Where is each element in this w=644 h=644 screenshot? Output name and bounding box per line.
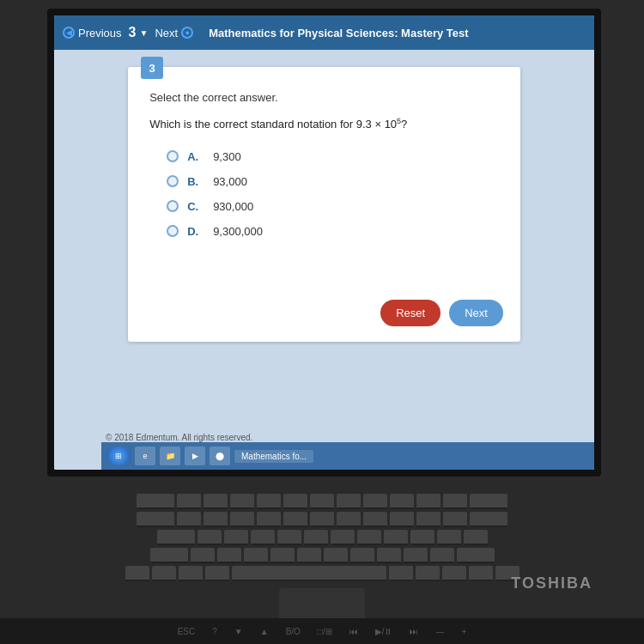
key-bracket-l xyxy=(443,512,467,527)
key-x xyxy=(217,548,241,563)
screen-bezel: ◀ Previous 3 ▼ Next ● Mathematics for Ph… xyxy=(47,9,601,477)
key-y xyxy=(310,512,334,527)
taskbar-folder[interactable]: 📁 xyxy=(160,447,180,465)
key-c xyxy=(244,548,268,563)
laptop-body: ◀ Previous 3 ▼ Next ● Mathematics for Ph… xyxy=(0,0,644,644)
key-k xyxy=(384,530,408,545)
screen: ◀ Previous 3 ▼ Next ● Mathematics for Ph… xyxy=(54,15,594,470)
option-row-a: A. 9,300 xyxy=(167,150,499,163)
key-d xyxy=(251,530,275,545)
key-arrow-l xyxy=(442,566,466,581)
prev-icon: ◀ xyxy=(63,27,75,39)
key-u xyxy=(337,512,361,527)
key-backspace xyxy=(470,494,507,509)
option-label-a: A. xyxy=(187,150,204,163)
instruction-text: Select the correct answer. xyxy=(149,91,499,104)
key-semi xyxy=(437,530,461,545)
keyboard-row-2 xyxy=(137,512,507,527)
key-z xyxy=(191,548,215,563)
key-win xyxy=(179,566,203,581)
status-f5: ▲ xyxy=(260,627,269,636)
status-f6: B/O xyxy=(286,627,301,636)
chevron-down-icon: ▼ xyxy=(139,28,148,38)
taskbar-ie[interactable]: e xyxy=(135,447,155,465)
option-label-b: B. xyxy=(187,175,204,188)
key-o xyxy=(390,512,414,527)
key-period xyxy=(404,548,428,563)
question-num-display: 3 xyxy=(129,25,137,40)
key-ctrl-r xyxy=(416,566,440,581)
key-5 xyxy=(283,494,307,509)
footer-copyright: © 2018 Edmentum. All rights reserved. xyxy=(106,433,252,442)
taskbar-media[interactable]: ▶ xyxy=(185,447,205,465)
key-n xyxy=(324,548,348,563)
radio-a[interactable] xyxy=(167,150,179,162)
reset-button[interactable]: Reset xyxy=(380,300,440,326)
options-container: A. 9,300 B. 93,000 C. 930,000 xyxy=(167,150,499,238)
key-1 xyxy=(177,494,201,509)
status-f7: □/⊞ xyxy=(318,627,332,636)
keyboard-row-1 xyxy=(137,494,507,509)
taskbar-app-label[interactable]: Mathematics fo... xyxy=(234,450,313,463)
option-value-a: 9,300 xyxy=(213,150,241,163)
key-s xyxy=(224,530,248,545)
key-v xyxy=(270,548,295,563)
taskbar: ⊞ e 📁 ▶ ⬤ Mathematics fo... xyxy=(101,442,594,470)
key-slash xyxy=(430,548,454,563)
radio-c[interactable] xyxy=(167,200,179,212)
option-value-b: 93,000 xyxy=(213,175,247,188)
question-number-nav[interactable]: 3 ▼ xyxy=(129,25,149,40)
start-button[interactable]: ⊞ xyxy=(106,447,131,465)
previous-button[interactable]: ◀ Previous xyxy=(63,27,122,39)
key-caps xyxy=(157,530,195,545)
key-alt-l xyxy=(205,566,229,581)
key-enter xyxy=(470,512,507,527)
key-9 xyxy=(390,494,414,509)
option-row-c: C. 930,000 xyxy=(167,200,499,213)
previous-label: Previous xyxy=(78,27,122,39)
key-comma xyxy=(377,548,401,563)
status-row: ESC ? ▼ ▲ B/O □/⊞ ⏮ ▶/⏸ ⏭ — + xyxy=(0,618,644,644)
toshiba-logo: TOSHIBA xyxy=(511,574,592,592)
option-row-b: B. 93,000 xyxy=(167,175,499,188)
key-g xyxy=(304,530,328,545)
question-card: 3 Select the correct answer. Which is th… xyxy=(128,67,520,342)
next-nav-label: Next xyxy=(155,27,178,39)
status-f2: ▼ xyxy=(234,627,243,636)
next-nav-button[interactable]: Next ● xyxy=(155,27,193,39)
key-j xyxy=(357,530,381,545)
content-area: 3 Select the correct answer. Which is th… xyxy=(54,50,594,470)
key-8 xyxy=(363,494,387,509)
question-text: Which is the correct standard notation f… xyxy=(149,116,499,133)
key-b xyxy=(297,548,321,563)
key-arrow-d xyxy=(469,566,493,581)
radio-b[interactable] xyxy=(167,175,179,187)
key-alt-r xyxy=(389,566,413,581)
key-0 xyxy=(416,494,440,509)
key-t xyxy=(283,512,307,527)
option-label-d: D. xyxy=(187,225,204,238)
status-mute: — xyxy=(435,627,444,636)
next-button[interactable]: Next xyxy=(449,300,503,326)
question-number-badge: 3 xyxy=(141,57,163,79)
radio-d[interactable] xyxy=(167,225,179,237)
status-next: ⏭ xyxy=(410,627,418,636)
taskbar-chrome[interactable]: ⬤ xyxy=(210,447,230,465)
page-title: Mathematics for Physical Sciences: Maste… xyxy=(209,27,469,39)
key-4 xyxy=(257,494,281,509)
key-i xyxy=(363,512,387,527)
bottom-buttons: Reset Next xyxy=(380,300,503,326)
keyboard-row-5 xyxy=(125,566,519,581)
key-esc xyxy=(137,494,174,509)
key-q xyxy=(177,512,201,527)
key-ctrl-l xyxy=(125,566,149,581)
key-fn xyxy=(152,566,176,581)
key-r xyxy=(257,512,281,527)
key-7 xyxy=(337,494,361,509)
key-p xyxy=(416,512,440,527)
nav-bar: ◀ Previous 3 ▼ Next ● Mathematics for Ph… xyxy=(54,15,594,50)
question-text-part2: ? xyxy=(401,118,407,131)
key-a xyxy=(197,530,222,545)
key-shift-l xyxy=(150,548,188,563)
key-2 xyxy=(204,494,228,509)
